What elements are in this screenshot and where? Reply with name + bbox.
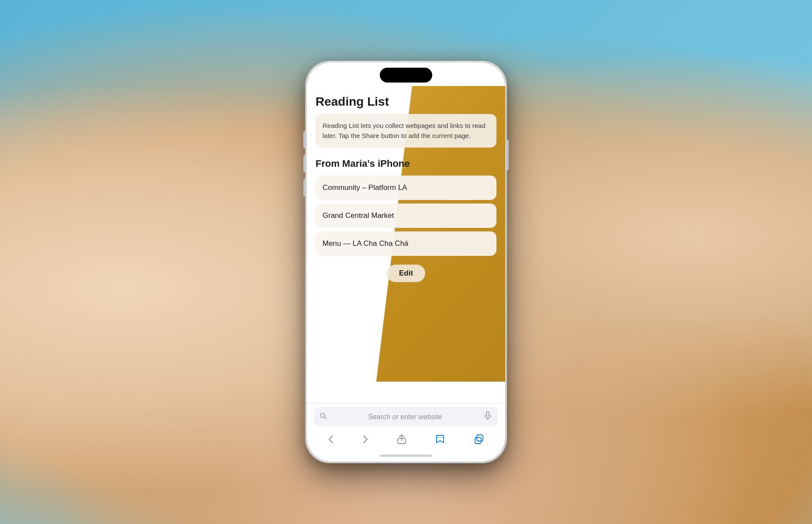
back-button[interactable]	[324, 433, 338, 445]
list-item[interactable]: Community – Platform LA	[316, 176, 496, 200]
dynamic-island	[380, 68, 432, 83]
bottom-toolbar: Search or enter website	[307, 403, 505, 449]
reading-list-description: Reading List lets you collect webpages a…	[323, 122, 486, 139]
reading-list-description-box: Reading List lets you collect webpages a…	[316, 114, 496, 148]
home-bar	[380, 455, 432, 457]
svg-rect-5	[477, 435, 483, 441]
phone-device: Reading List Reading List lets you colle…	[305, 61, 507, 463]
edit-button-container: Edit	[316, 265, 496, 282]
status-bar	[307, 62, 505, 86]
scroll-content: Reading List Reading List lets you colle…	[307, 86, 505, 403]
tabs-button[interactable]	[470, 433, 488, 446]
search-placeholder: Search or enter website	[330, 413, 480, 421]
search-icon	[320, 413, 327, 421]
phone-screen: Reading List Reading List lets you colle…	[307, 62, 505, 462]
reading-list-container: Reading List Reading List lets you colle…	[307, 86, 505, 293]
reading-list-title: Reading List	[316, 95, 496, 109]
svg-rect-2	[486, 412, 489, 416]
list-item[interactable]: Menu — LA Cha Cha Chá	[316, 231, 496, 256]
svg-rect-6	[475, 438, 481, 444]
navigation-bar	[314, 431, 498, 449]
forward-button[interactable]	[358, 433, 372, 445]
list-item[interactable]: Grand Central Market	[316, 203, 496, 228]
svg-line-1	[325, 417, 326, 419]
section-header: From Maria's iPhone	[316, 158, 496, 169]
edit-button[interactable]: Edit	[387, 265, 425, 282]
bookmarks-button[interactable]	[431, 433, 449, 446]
phone-inner: Reading List Reading List lets you colle…	[307, 62, 505, 462]
share-button[interactable]	[392, 433, 411, 446]
reading-list-items: Community – Platform LA Grand Central Ma…	[316, 176, 496, 256]
search-bar[interactable]: Search or enter website	[314, 407, 498, 427]
phone-wrapper: Reading List Reading List lets you colle…	[305, 61, 507, 463]
mic-icon	[483, 411, 492, 422]
